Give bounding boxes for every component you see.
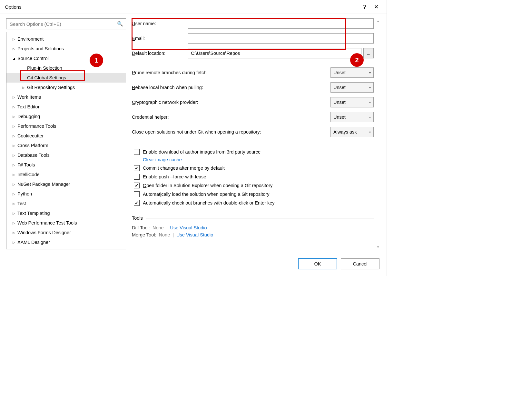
chevron-right-icon[interactable]: ▷ — [11, 154, 17, 157]
chevron-right-icon[interactable]: ▷ — [11, 47, 17, 51]
auto-load-checkbox[interactable] — [134, 191, 140, 197]
tree-item-label: Cross Platform — [17, 143, 48, 148]
tree-item-label: IntelliCode — [17, 172, 40, 177]
tree-item-label: Text Editor — [17, 104, 40, 109]
chevron-right-icon[interactable]: ▷ — [11, 95, 17, 99]
tools-header: Tools — [132, 215, 143, 221]
options-tree[interactable]: ▷Environment▷Projects and Solutions◢Sour… — [6, 32, 126, 249]
diff-tool-row: Diff Tool: None | Use Visual Studio — [132, 225, 374, 230]
browse-button[interactable]: ... — [363, 48, 374, 58]
chevron-right-icon[interactable]: ▷ — [11, 105, 17, 109]
tree-item[interactable]: ▷F# Tools — [6, 160, 126, 170]
ok-button[interactable]: OK — [298, 258, 337, 269]
help-icon[interactable]: ? — [359, 4, 370, 10]
push-force-checkbox[interactable] — [134, 174, 140, 180]
scroll-up-icon[interactable]: ▴ — [377, 19, 379, 23]
search-icon: 🔍 — [117, 21, 123, 27]
diff-use-vs-link[interactable]: Use Visual Studio — [170, 225, 207, 230]
clear-image-cache-link[interactable]: Clear image cache — [143, 157, 182, 162]
tree-item-label: Work Items — [17, 95, 41, 100]
tree-item-label: XAML Designer — [17, 240, 50, 245]
rebase-label: Rebase local branch when pulling: — [132, 85, 325, 90]
chevron-down-icon: ▾ — [369, 71, 371, 75]
tree-item[interactable]: ▷Git Repository Settings — [6, 83, 126, 92]
username-input[interactable] — [188, 18, 374, 29]
cancel-button[interactable]: Cancel — [341, 258, 379, 269]
tree-item[interactable]: ▷IntelliCode — [6, 170, 126, 179]
tree-item-label: Web Performance Test Tools — [17, 220, 77, 225]
rebase-dropdown[interactable]: Unset▾ — [330, 82, 374, 93]
tree-item[interactable]: ▷Plug-in Selection — [6, 63, 126, 73]
tree-item-label: Performance Tools — [17, 124, 56, 129]
chevron-right-icon[interactable]: ▷ — [11, 221, 17, 225]
tree-item-label: Source Control — [17, 56, 49, 61]
crypto-label: Cryptographic network provider: — [132, 100, 325, 105]
credential-helper-dropdown[interactable]: Unset▾ — [330, 112, 374, 122]
tree-item[interactable]: ▷Web Performance Test Tools — [6, 218, 126, 228]
chevron-down-icon[interactable]: ◢ — [11, 57, 17, 60]
tree-item[interactable]: ▷XAML Designer — [6, 237, 126, 247]
close-icon[interactable]: ✕ — [370, 4, 382, 10]
tree-item[interactable]: ▷Projects and Solutions — [6, 44, 126, 54]
chevron-right-icon[interactable]: ▷ — [21, 86, 26, 89]
auto-load-label: Automatically load the solution when ope… — [143, 192, 270, 197]
chevron-right-icon[interactable]: ▷ — [11, 212, 17, 215]
merge-use-vs-link[interactable]: Use Visual Studio — [176, 232, 213, 237]
enable-download-label: Enable download of author images from 3r… — [143, 149, 261, 155]
chevron-right-icon[interactable]: ▷ — [11, 241, 17, 244]
chevron-right-icon[interactable]: ▷ — [11, 202, 17, 205]
default-location-input[interactable] — [188, 48, 361, 58]
tree-item[interactable]: ▷Database Tools — [6, 150, 126, 160]
tree-item[interactable]: ▷Environment — [6, 34, 126, 44]
commit-after-merge-checkbox[interactable] — [134, 165, 140, 171]
tree-item[interactable]: ▷Text Editor — [6, 102, 126, 112]
tree-item-label: Debugging — [17, 114, 40, 119]
tree-item[interactable]: ▷Git Global Settings — [6, 73, 126, 83]
auto-checkout-checkbox[interactable] — [134, 200, 140, 206]
tree-item[interactable]: ▷NuGet Package Manager — [6, 179, 126, 189]
search-input[interactable] — [9, 21, 117, 27]
chevron-down-icon: ▾ — [369, 101, 371, 104]
close-solutions-label: Close open solutions not under Git when … — [132, 129, 325, 135]
tree-item[interactable]: ▷Performance Tools — [6, 121, 126, 131]
tree-item-label: Text Templating — [17, 211, 50, 216]
tree-item[interactable]: ▷Test — [6, 199, 126, 208]
open-folder-checkbox[interactable] — [134, 183, 140, 188]
divider — [146, 218, 374, 218]
tree-item[interactable]: ▷Python — [6, 189, 126, 199]
enable-download-checkbox[interactable] — [134, 149, 140, 155]
commit-after-merge-label: Commit changes after merge by default — [143, 165, 225, 171]
chevron-right-icon[interactable]: ▷ — [11, 134, 17, 138]
tree-item[interactable]: ◢Source Control — [6, 54, 126, 63]
tree-item-label: Test — [17, 201, 26, 206]
chevron-right-icon[interactable]: ▷ — [11, 125, 17, 128]
chevron-right-icon[interactable]: ▷ — [11, 192, 17, 196]
scroll-down-icon[interactable]: ▾ — [377, 245, 379, 249]
tree-item[interactable]: ▷Cookiecutter — [6, 131, 126, 141]
tree-item[interactable]: ▷Windows Forms Designer — [6, 228, 126, 237]
tree-item[interactable]: ▷Cross Platform — [6, 141, 126, 150]
prune-dropdown[interactable]: Unset▾ — [330, 67, 374, 78]
chevron-right-icon[interactable]: ▷ — [11, 115, 17, 118]
chevron-right-icon[interactable]: ▷ — [11, 144, 17, 147]
scrollbar[interactable]: ▴ ▾ — [375, 18, 381, 249]
tree-item-label: Cookiecutter — [17, 133, 44, 138]
tree-item-label: Plug-in Selection — [26, 65, 62, 71]
chevron-right-icon[interactable]: ▷ — [11, 37, 17, 41]
tree-item[interactable]: ▷Work Items — [6, 92, 126, 102]
email-input[interactable] — [188, 33, 374, 44]
push-force-label: Enable push --force-with-lease — [143, 174, 206, 179]
chevron-right-icon[interactable]: ▷ — [11, 163, 17, 167]
close-solutions-dropdown[interactable]: Always ask▾ — [330, 127, 374, 137]
tree-item[interactable]: ▷Text Templating — [6, 208, 126, 218]
crypto-dropdown[interactable]: Unset▾ — [330, 97, 374, 107]
open-folder-label: Open folder in Solution Explorer when op… — [143, 183, 272, 188]
chevron-right-icon[interactable]: ▷ — [11, 231, 17, 235]
chevron-right-icon[interactable]: ▷ — [11, 183, 17, 186]
search-box[interactable]: 🔍 — [6, 18, 126, 29]
tree-item-label: Windows Forms Designer — [17, 230, 71, 235]
chevron-right-icon[interactable]: ▷ — [11, 173, 17, 176]
tree-item-label: Git Global Settings — [26, 75, 66, 80]
tree-item-label: Git Repository Settings — [26, 85, 75, 90]
tree-item[interactable]: ▷Debugging — [6, 112, 126, 121]
